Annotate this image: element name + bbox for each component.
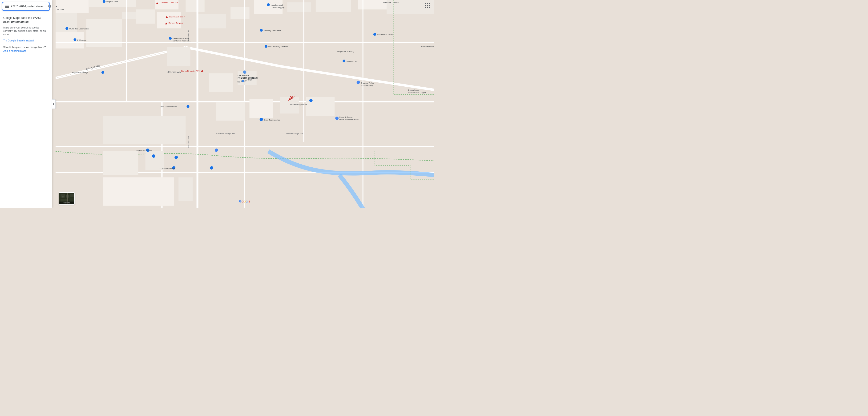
svg-text:Roadrunner Dawes: Roadrunner Dawes	[377, 34, 393, 36]
svg-rect-40	[250, 99, 273, 118]
grid-dot	[427, 5, 428, 6]
google-e: e	[249, 199, 250, 203]
svg-text:←: ←	[248, 69, 250, 71]
svg-rect-5	[56, 0, 89, 13]
svg-rect-8	[186, 0, 204, 12]
svg-rect-7	[155, 0, 179, 9]
svg-point-82	[243, 70, 246, 74]
svg-point-67	[373, 33, 376, 36]
svg-text:Ice Store: Ice Store	[57, 8, 64, 10]
search-input[interactable]: 97251-9614, united states	[11, 5, 46, 8]
svg-point-78	[343, 60, 345, 62]
google-g: g	[246, 199, 248, 203]
svg-rect-85	[242, 80, 244, 82]
svg-text:Costco Wholesale: Costco Wholesale	[160, 167, 175, 169]
svg-text:Stone & Cabinet: Stone & Cabinet	[339, 116, 353, 118]
svg-rect-47	[179, 177, 193, 201]
clear-button[interactable]	[55, 4, 58, 8]
svg-text:WPX Delivery Solutions: WPX Delivery Solutions	[268, 46, 288, 48]
svg-rect-13	[136, 9, 155, 24]
grid-dot	[425, 7, 426, 8]
grid-dot	[429, 7, 430, 8]
try-google-search-link[interactable]: Try Google Search instead	[3, 39, 49, 42]
svg-text:Bridgetown Trucking: Bridgetown Trucking	[337, 51, 354, 53]
grid-icon[interactable]	[425, 3, 430, 8]
svg-rect-15	[197, 14, 226, 28]
svg-text:Exide Technologies: Exide Technologies	[264, 119, 280, 121]
svg-text:Columbia Slough Trail: Columbia Slough Trail	[216, 132, 235, 135]
svg-point-74	[265, 45, 268, 48]
svg-text:Amarr Garage Doors: Amarr Garage Doors	[289, 104, 307, 106]
svg-text:Home Delivery: Home Delivery	[361, 84, 373, 87]
svg-point-111	[152, 154, 155, 158]
svg-rect-37	[209, 73, 233, 92]
svg-rect-46	[103, 177, 174, 206]
svg-text:COLUMBIA: COLUMBIA	[238, 74, 249, 76]
svg-rect-39	[216, 102, 245, 121]
grid-dot	[429, 5, 430, 6]
svg-text:NessCampbell: NessCampbell	[271, 4, 283, 6]
svg-text:OMNI-Test Laboratories: OMNI-Test Laboratories	[69, 28, 89, 30]
svg-text:Crane + Rigging: Crane + Rigging	[271, 6, 284, 8]
svg-rect-44	[103, 151, 138, 175]
svg-text:NE Airport Way: NE Airport Way	[167, 71, 181, 73]
svg-point-87	[356, 81, 360, 84]
svg-text:→: →	[252, 66, 254, 68]
svg-text:FREIGHT SYSTEMS: FREIGHT SYSTEMS	[238, 77, 257, 79]
svg-point-101	[335, 117, 339, 120]
menu-icon[interactable]	[5, 4, 9, 8]
svg-point-71	[169, 37, 172, 40]
svg-rect-12	[122, 12, 136, 19]
svg-point-53	[103, 0, 105, 3]
add-missing-place-link[interactable]: Add a missing place	[3, 50, 49, 52]
grid-dot	[427, 3, 428, 4]
svg-text:Ramsey Tanya A: Ramsey Tanya A	[168, 22, 183, 24]
should-be-text: Should this place be on Google Maps?	[3, 46, 49, 49]
google-o2: o	[244, 199, 246, 203]
collapse-sidebar-button[interactable]	[52, 99, 56, 109]
svg-line-1	[51, 7, 51, 8]
svg-text:Royal Mini Storage: Royal Mini Storage	[72, 71, 88, 74]
svg-point-92	[186, 105, 189, 108]
svg-rect-122	[70, 194, 74, 197]
svg-text:CNH Parts Depo...: CNH Parts Depo...	[420, 46, 434, 48]
svg-text:thyssenkrupp: thyssenkrupp	[408, 89, 419, 91]
sidebar: 97251-9614, united states Google Maps ca…	[0, 0, 52, 208]
svg-point-69	[73, 38, 76, 41]
google-logo: Google	[239, 199, 250, 203]
svg-rect-36	[167, 47, 190, 66]
svg-text:Kaiser Permanente: Kaiser Permanente	[173, 37, 189, 39]
svg-text:PREracing: PREracing	[77, 39, 86, 41]
svg-text:Organics To You: Organics To You	[361, 82, 374, 84]
svg-text:Brighton Best: Brighton Best	[106, 1, 118, 3]
svg-rect-43	[103, 116, 186, 144]
svg-point-113	[210, 166, 213, 169]
grid-dot	[427, 7, 428, 8]
svg-text:Columbia Slough Trail: Columbia Slough Trail	[285, 132, 304, 135]
satellite-thumbnail[interactable]: Satellite	[59, 192, 75, 204]
svg-point-94	[309, 99, 313, 102]
svg-point-110	[215, 149, 218, 152]
grid-dot	[425, 3, 426, 4]
svg-text:Materials NA, Copper...: Materials NA, Copper...	[408, 91, 428, 93]
svg-text:Kennedy Restoration: Kennedy Restoration	[264, 30, 281, 32]
error-title: Google Maps can't find 97251-9614, unite…	[3, 16, 49, 24]
svg-text:Steven R. Martin, RPH: Steven R. Martin, RPH	[181, 70, 200, 72]
svg-rect-121	[62, 196, 64, 197]
svg-point-56	[267, 3, 270, 6]
error-subtitle: Make sure your search is spelled correct…	[3, 26, 49, 36]
error-prefix: Google Maps can't find	[3, 16, 33, 20]
google-G: G	[239, 199, 242, 203]
satellite-label: Satellite	[59, 201, 74, 204]
search-button[interactable]	[48, 4, 52, 8]
svg-point-112	[175, 156, 178, 159]
svg-point-63	[65, 27, 68, 30]
svg-text:Estes Express Lines: Estes Express Lines	[160, 106, 177, 108]
svg-point-80	[101, 71, 104, 74]
svg-text:SmartRG, Inc: SmartRG, Inc	[346, 60, 358, 62]
svg-rect-14	[157, 12, 181, 28]
svg-rect-18	[287, 2, 311, 12]
map-area[interactable]: NE Airport Way NE Airport Way NE Airport…	[56, 0, 434, 208]
svg-text:Sandra K. Dahl, RPh: Sandra K. Dahl, RPh	[161, 2, 178, 4]
svg-text:High Purity Products: High Purity Products	[382, 1, 399, 3]
